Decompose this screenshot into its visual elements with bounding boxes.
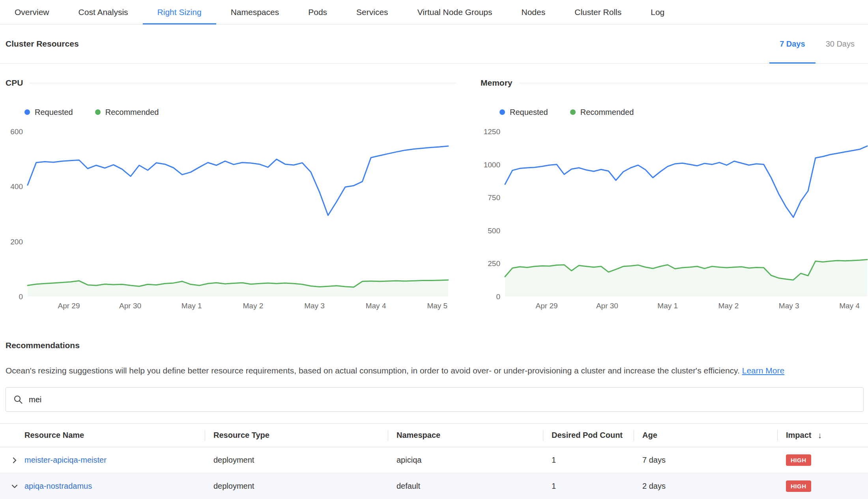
recommendations-title: Recommendations	[6, 341, 868, 350]
impact-cell: HIGH	[777, 454, 868, 466]
svg-text:0: 0	[496, 293, 500, 301]
svg-text:Apr 30: Apr 30	[596, 302, 618, 310]
namespace: default	[388, 482, 543, 491]
svg-text:400: 400	[10, 182, 23, 191]
cpu-chart: CPU RequestedRecommended 0200400600Apr 2…	[6, 64, 456, 312]
resource-link[interactable]: apiqa-nostradamus	[24, 482, 92, 491]
cpu-legend: RequestedRecommended	[24, 107, 456, 117]
svg-text:500: 500	[488, 227, 500, 235]
tab-right-sizing[interactable]: Right Sizing	[143, 0, 216, 24]
legend-dot-icon	[24, 109, 30, 115]
sort-desc-icon[interactable]: ↓	[817, 431, 822, 440]
time-range-toggle: 7 Days30 Days	[769, 24, 865, 63]
tab-virtual-node-groups[interactable]: Virtual Node Groups	[403, 0, 507, 24]
cpu-legend-recommended: Recommended	[95, 108, 159, 117]
age: 7 days	[634, 456, 777, 465]
range-7-days[interactable]: 7 Days	[769, 24, 816, 63]
impact-cell: HIGH	[777, 480, 868, 492]
col-header-age[interactable]: Age	[634, 424, 777, 447]
tab-services[interactable]: Services	[342, 0, 403, 24]
legend-label: Requested	[510, 108, 548, 117]
memory-chart-head: Memory	[481, 77, 868, 89]
cpu-legend-requested: Requested	[24, 108, 73, 117]
svg-text:250: 250	[488, 259, 500, 268]
memory-legend-requested: Requested	[499, 108, 548, 117]
cpu-chart-canvas: 0200400600Apr 29Apr 30May 1May 2May 3May…	[6, 123, 451, 312]
svg-text:May 1: May 1	[181, 302, 202, 310]
legend-dot-icon	[570, 109, 576, 115]
svg-text:750: 750	[488, 193, 500, 202]
legend-label: Recommended	[580, 108, 634, 117]
resource-type: deployment	[205, 456, 388, 465]
svg-text:May 4: May 4	[366, 302, 386, 310]
svg-text:May 1: May 1	[657, 302, 678, 310]
cpu-chart-title: CPU	[6, 78, 23, 88]
table-row: apiqa-nostradamusdeploymentdefault12 day…	[0, 473, 868, 499]
svg-text:1250: 1250	[484, 128, 500, 136]
svg-text:May 3: May 3	[304, 302, 325, 310]
legend-label: Recommended	[105, 108, 159, 117]
tab-overview[interactable]: Overview	[0, 0, 64, 24]
impact-badge: HIGH	[786, 454, 811, 466]
svg-text:May 2: May 2	[243, 302, 264, 310]
memory-chart-canvas: 025050075010001250Apr 29Apr 30May 1May 2…	[481, 123, 868, 312]
tab-cost-analysis[interactable]: Cost Analysis	[64, 0, 143, 24]
tab-bar: OverviewCost AnalysisRight SizingNamespa…	[0, 0, 868, 24]
svg-text:May 2: May 2	[718, 302, 739, 310]
tab-log[interactable]: Log	[636, 0, 679, 24]
col-header-resource-name[interactable]: Resource Name	[0, 424, 205, 447]
search-icon	[13, 394, 23, 405]
svg-text:Apr 30: Apr 30	[119, 302, 141, 310]
age: 2 days	[634, 482, 777, 491]
table-row: meister-apiciqa-meisterdeploymentapiciqa…	[0, 447, 868, 473]
memory-legend: RequestedRecommended	[499, 107, 868, 117]
desired-pod-count: 1	[543, 482, 634, 491]
search-box[interactable]	[6, 387, 864, 412]
recommendations-table: Resource NameResource TypeNamespaceDesir…	[0, 423, 868, 499]
memory-chart-title: Memory	[481, 78, 513, 88]
resource-link[interactable]: meister-apiciqa-meister	[24, 456, 107, 465]
tab-cluster-rolls[interactable]: Cluster Rolls	[560, 0, 636, 24]
resource-type: deployment	[205, 482, 388, 491]
svg-text:1000: 1000	[484, 161, 500, 169]
svg-text:May 5: May 5	[427, 302, 447, 310]
desired-pod-count: 1	[543, 456, 634, 465]
recommendations-text: Ocean's resizing suggestions will help y…	[6, 366, 740, 375]
svg-text:Apr 29: Apr 29	[536, 302, 558, 310]
recommendations-description: Ocean's resizing suggestions will help y…	[6, 366, 862, 375]
legend-label: Requested	[35, 108, 73, 117]
search-input[interactable]	[29, 395, 856, 404]
col-header-namespace[interactable]: Namespace	[388, 424, 543, 447]
impact-badge: HIGH	[786, 480, 811, 492]
cpu-line-requested	[28, 146, 448, 216]
memory-chart: Memory RequestedRecommended 025050075010…	[481, 64, 868, 312]
chevron-down-icon[interactable]	[10, 482, 19, 491]
range-30-days[interactable]: 30 Days	[816, 24, 865, 63]
cpu-chart-head: CPU	[6, 77, 456, 89]
charts-row: CPU RequestedRecommended 0200400600Apr 2…	[0, 64, 868, 312]
tab-nodes[interactable]: Nodes	[507, 0, 560, 24]
svg-text:600: 600	[10, 128, 23, 136]
tab-namespaces[interactable]: Namespaces	[216, 0, 294, 24]
col-header-impact[interactable]: Impact↓	[777, 424, 868, 447]
legend-dot-icon	[499, 109, 505, 115]
chevron-right-icon[interactable]	[10, 456, 19, 465]
cluster-resources-title: Cluster Resources	[6, 39, 79, 49]
col-header-resource-type[interactable]: Resource Type	[205, 424, 388, 447]
legend-dot-icon	[95, 109, 101, 115]
table-body: meister-apiciqa-meisterdeploymentapiciqa…	[0, 447, 868, 499]
divider	[29, 83, 456, 83]
tab-pods[interactable]: Pods	[294, 0, 342, 24]
col-header-desired-pod-count[interactable]: Desired Pod Count	[543, 424, 634, 447]
svg-text:May 3: May 3	[779, 302, 799, 310]
memory-line-requested	[505, 146, 867, 218]
table-header: Resource NameResource TypeNamespaceDesir…	[0, 423, 868, 447]
divider	[519, 83, 868, 83]
svg-text:Apr 29: Apr 29	[58, 302, 80, 310]
namespace: apiciqa	[388, 456, 543, 465]
svg-text:0: 0	[19, 293, 23, 301]
svg-text:200: 200	[10, 238, 23, 246]
learn-more-link[interactable]: Learn More	[742, 366, 784, 375]
memory-legend-recommended: Recommended	[570, 108, 634, 117]
svg-text:May 4: May 4	[839, 302, 860, 310]
